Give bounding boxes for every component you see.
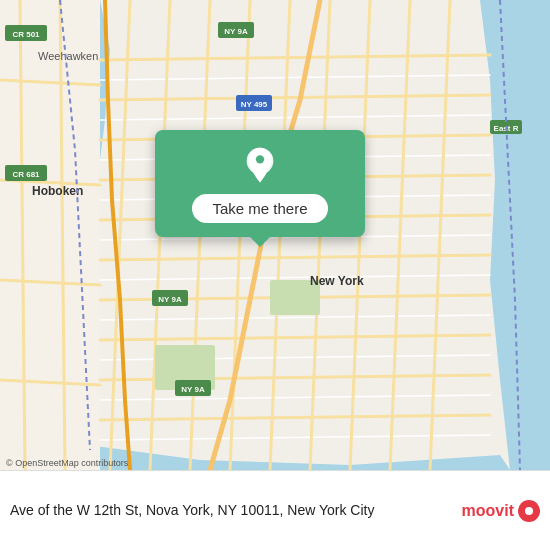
svg-text:NY 9A: NY 9A xyxy=(158,295,182,304)
svg-text:NY 9A: NY 9A xyxy=(224,27,248,36)
moovit-logo: moovit xyxy=(462,500,540,522)
address-text: Ave of the W 12th St, Nova York, NY 1001… xyxy=(10,501,462,521)
bottom-bar: Ave of the W 12th St, Nova York, NY 1001… xyxy=(0,470,550,550)
svg-text:NY 495: NY 495 xyxy=(241,100,268,109)
location-pin-icon xyxy=(240,146,280,186)
map-container[interactable]: CR 501 CR 681 NY 9A NY 495 NY 9A NY 9A E… xyxy=(0,0,550,470)
svg-rect-1 xyxy=(0,0,100,470)
popup-card[interactable]: Take me there xyxy=(155,130,365,237)
svg-text:New York: New York xyxy=(310,274,364,288)
svg-text:Hoboken: Hoboken xyxy=(32,184,83,198)
moovit-dot-icon xyxy=(518,500,540,522)
svg-point-57 xyxy=(256,155,264,163)
svg-text:CR 501: CR 501 xyxy=(12,30,40,39)
svg-text:CR 681: CR 681 xyxy=(12,170,40,179)
take-me-there-button[interactable]: Take me there xyxy=(192,194,327,223)
svg-text:Weehawken: Weehawken xyxy=(38,50,98,62)
osm-attribution: © OpenStreetMap contributors xyxy=(6,458,128,468)
svg-text:NY 9A: NY 9A xyxy=(181,385,205,394)
